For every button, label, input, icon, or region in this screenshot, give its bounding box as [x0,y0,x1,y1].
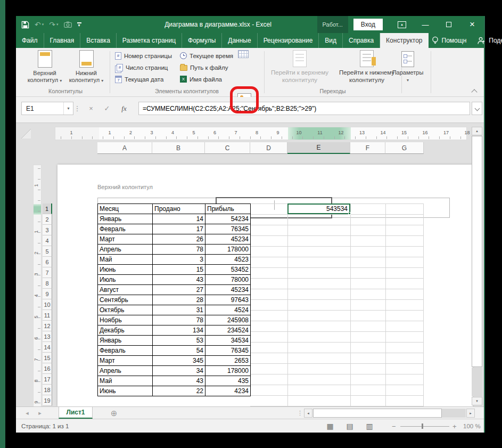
table-cell[interactable]: 43 [153,275,205,285]
table-cell[interactable]: Март [98,356,153,366]
selected-cell-E1[interactable]: 543534 [287,203,350,214]
table-cell[interactable]: 78000 [205,275,251,285]
table-cell[interactable]: Январь [98,214,153,224]
table-cell[interactable]: 97643 [205,295,251,305]
table-cell[interactable]: Май [98,376,153,386]
table-cell[interactable]: 178000 [205,245,251,255]
table-cell[interactable]: Ноябрь [98,315,153,325]
row-header-1[interactable]: 1 [43,203,52,214]
button-Текущая дата[interactable]: Текущая дата [115,75,172,84]
table-cell[interactable]: 78 [153,245,205,255]
tab-Файл[interactable]: Файл [16,33,44,48]
sign-in-button[interactable]: Вход [353,19,383,30]
table-cell[interactable]: Январь [98,336,153,346]
table-cell[interactable]: Август [98,285,153,295]
zoom-slider-track[interactable] [400,426,449,427]
table-cell[interactable]: 2653 [205,356,251,366]
row-header-8[interactable]: 8 [43,278,52,289]
table-cell[interactable]: 54234 [205,214,251,224]
page-break-view-icon[interactable]: ▥ [361,419,377,433]
cancel-icon[interactable]: × [84,102,98,115]
table-cell[interactable]: Апрель [98,245,153,255]
tab-Формулы[interactable]: Формулы [182,33,222,48]
table-cell[interactable]: 28 [153,295,205,305]
table-cell[interactable]: 134 [153,325,205,336]
table-cell[interactable]: 43 [153,376,205,386]
vertical-scrollbar-thumb[interactable] [472,136,482,367]
account-button[interactable]: Работ... [317,16,348,33]
tell-me-button[interactable]: Помощн [429,36,470,45]
row-header-2[interactable]: 2 [43,214,52,225]
table-cell[interactable]: 45234 [205,285,251,295]
table-cell[interactable]: 54 [153,346,205,356]
ribbon-display-options-button[interactable]: ▴ [390,16,414,33]
button-Путь к файлу[interactable]: Путь к файлу [180,63,233,72]
table-cell[interactable]: 4523 [205,255,251,265]
table-cell[interactable]: 27 [153,285,205,295]
table-cell[interactable]: 4234 [205,386,251,396]
zoom-out-icon[interactable]: − [392,419,396,433]
button-Номер страницы[interactable]: Номер страницы [115,51,172,60]
table-cell[interactable]: 34 [153,366,205,376]
column-header-G[interactable]: G [385,142,424,154]
close-button[interactable]: × [460,16,484,33]
zoom-level[interactable]: 100 % [463,419,481,433]
row-header-7[interactable]: 7 [43,267,52,278]
zoom-slider-thumb[interactable] [422,423,423,429]
table-cell[interactable]: Апрель [98,366,153,376]
formula-input[interactable]: =СУММЕСЛИМН(C2:C25;A2:A25;"Сентябрь";B2:… [138,102,470,115]
scroll-down-button[interactable]: ▾ [472,397,482,405]
tab-Конструктор[interactable]: Конструктор [380,33,428,48]
table-cell[interactable]: 34534 [205,336,251,346]
table-cell[interactable]: 17 [153,224,205,234]
row-header-9[interactable]: 9 [43,289,52,299]
column-header-C[interactable]: C [205,142,250,154]
row-header-6[interactable]: 6 [43,257,52,267]
enter-check-icon[interactable]: ✓ [100,102,114,115]
table-cell[interactable]: Июнь [98,265,153,275]
table-cell[interactable]: Февраль [98,224,153,234]
row-header-4[interactable]: 4 [43,235,52,246]
table-cell[interactable]: 15 [153,265,205,275]
row-header-13[interactable]: 13 [43,331,52,342]
tab-Вставка[interactable]: Вставка [80,33,117,48]
table-cell[interactable]: 234524 [205,325,251,336]
tab-Данные[interactable]: Данные [222,33,257,48]
prev-sheet-icon[interactable]: ◂ [21,407,33,419]
table-cell[interactable]: Июль [98,275,153,285]
redo-icon[interactable]: ↷▾ [49,20,58,29]
row-header-3[interactable]: 3 [43,225,52,235]
share-button[interactable]: Поделиться [474,37,502,45]
tab-Вид[interactable]: Вид [319,33,343,48]
table-cell[interactable]: 53 [153,336,205,346]
button-Имя файла[interactable]: Имя файла [180,75,233,84]
insert-function-icon[interactable]: fx [117,102,131,115]
column-header-D[interactable]: D [250,142,287,154]
table-cell[interactable]: 26 [153,234,205,245]
table-header-cell[interactable]: Продано [153,204,205,214]
button-Текущее время[interactable]: Текущее время [180,51,233,60]
column-header-E[interactable]: E [287,142,350,154]
camera-icon[interactable] [64,21,72,28]
table-header-cell[interactable]: Месяц [98,204,153,214]
vertical-scrollbar[interactable]: ▴ ▾ [472,127,482,406]
column-header-F[interactable]: F [350,142,385,154]
add-sheet-icon[interactable]: ⊕ [108,407,120,419]
horizontal-scrollbar-thumb[interactable] [313,409,442,418]
table-cell[interactable]: Май [98,255,153,265]
table-cell[interactable]: Сентябрь [98,295,153,305]
column-header-A[interactable]: A [97,142,152,154]
undo-icon[interactable]: ↶▾ [35,20,44,29]
name-box[interactable]: E1 ▾ [21,102,73,115]
table-cell[interactable]: 76345 [205,224,251,234]
tab-Главная[interactable]: Главная [44,33,81,48]
normal-view-icon[interactable]: ▦ [322,419,338,433]
table-cell[interactable]: 4524 [205,305,251,315]
data-table[interactable]: МесяцПроданоПрибыльЯнварь1454234Февраль1… [97,203,251,396]
row-header-14[interactable]: 14 [43,342,52,353]
table-cell[interactable]: 14 [153,214,205,224]
sheet-name-button[interactable] [238,50,249,58]
table-cell[interactable]: Март [98,234,153,245]
row-header-15[interactable]: 15 [43,353,52,363]
next-sheet-icon[interactable]: ▸ [34,407,46,419]
